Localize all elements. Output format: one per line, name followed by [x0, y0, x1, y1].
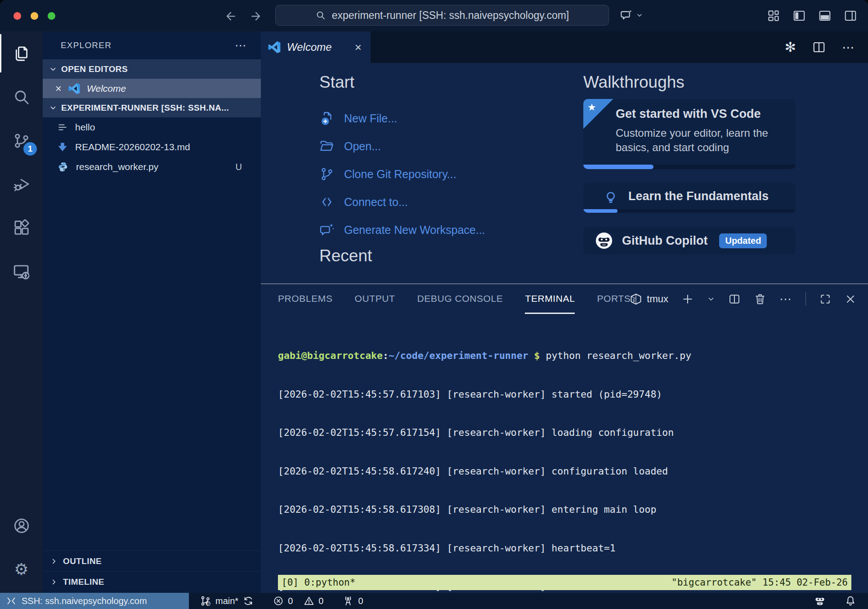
- error-icon: [273, 596, 284, 606]
- terminal-profile-chip[interactable]: $ tmux: [630, 293, 668, 305]
- file-row-readme[interactable]: README-20260202-13.md: [43, 137, 261, 157]
- editor-tab-bar: Welcome ×: [261, 31, 868, 63]
- kill-terminal-trash-icon[interactable]: [754, 293, 766, 305]
- terminal-log-line: [2026-02-02T15:45:58.617334] [research-w…: [278, 542, 859, 555]
- activity-settings[interactable]: ⚙: [0, 547, 43, 591]
- chat-sparkle-icon[interactable]: [620, 9, 633, 22]
- open-editor-label: Welcome: [87, 83, 126, 94]
- problems-status-item[interactable]: 0 0: [273, 596, 323, 606]
- bell-icon[interactable]: [845, 595, 856, 607]
- editor-more-actions-icon[interactable]: ⋯: [842, 40, 855, 55]
- activity-remote-explorer[interactable]: [0, 250, 43, 293]
- link-generate-workspace[interactable]: Generate New Workspace...: [319, 216, 485, 244]
- tab-label: Welcome: [287, 41, 332, 54]
- panel-tab-debug-console[interactable]: DEBUG CONSOLE: [417, 284, 503, 314]
- new-terminal-icon[interactable]: [681, 293, 694, 305]
- maximize-panel-icon[interactable]: [819, 293, 832, 305]
- copilot-status-icon[interactable]: [813, 594, 827, 608]
- workspace-section[interactable]: EXPERIMENT-RUNNER [SSH: SSH.NA...: [43, 98, 261, 117]
- sync-icon[interactable]: [242, 595, 254, 607]
- file-row-research-worker[interactable]: research_worker.py U: [43, 157, 261, 177]
- explorer-more-actions-icon[interactable]: ⋯: [235, 39, 247, 53]
- zoom-window-button[interactable]: [48, 12, 55, 20]
- command-center-search[interactable]: experiment-runner [SSH: ssh.naivepsychol…: [275, 5, 609, 26]
- minimize-window-button[interactable]: [31, 12, 38, 20]
- forward-arrow-icon[interactable]: [249, 9, 263, 23]
- activity-extensions[interactable]: [0, 206, 43, 250]
- chat-dropdown-chevron-icon[interactable]: [636, 12, 643, 19]
- toggle-secondary-sidebar-icon[interactable]: [844, 9, 857, 22]
- explorer-title: EXPLORER: [61, 40, 112, 50]
- chevron-right-icon: [50, 578, 58, 586]
- outline-label: OUTLINE: [63, 556, 102, 566]
- extensions-icon: [13, 219, 31, 237]
- branch-status-item[interactable]: ✲ main*: [200, 595, 254, 607]
- close-tab-icon[interactable]: ×: [355, 40, 362, 54]
- editor-area: Welcome × ✻ ⋯ Start New File... Open..: [261, 31, 868, 283]
- split-terminal-icon[interactable]: [728, 293, 741, 305]
- terminal-profile-icon: $: [630, 293, 642, 305]
- panel-tab-problems[interactable]: PROBLEMS: [278, 284, 333, 314]
- account-icon: [13, 517, 31, 535]
- toggle-primary-sidebar-icon[interactable]: [792, 9, 806, 22]
- close-window-button[interactable]: [13, 12, 21, 20]
- remote-explorer-icon: [12, 262, 31, 281]
- link-clone-git[interactable]: Clone Git Repository...: [319, 160, 485, 188]
- ports-count: 0: [358, 596, 363, 606]
- svg-text:✲: ✲: [207, 601, 211, 606]
- panel-tab-ports[interactable]: PORTS: [597, 284, 631, 314]
- ports-status-item[interactable]: 0: [342, 595, 363, 607]
- walkthrough-description: Customize your editor, learn the basics,…: [616, 126, 787, 155]
- link-new-file[interactable]: New File...: [319, 104, 485, 132]
- terminal-output[interactable]: gabi@bigcarrotcake:~/code/experiment-run…: [278, 324, 859, 609]
- walkthrough-card-copilot[interactable]: GitHub Copilot Updated: [583, 227, 796, 255]
- remote-indicator[interactable]: SSH: ssh.naivepsychology.com: [0, 593, 189, 609]
- walkthrough-card-fundamentals[interactable]: Learn the Fundamentals: [583, 183, 796, 213]
- terminal-prompt-line: gabi@bigcarrotcake:~/code/experiment-run…: [278, 349, 859, 363]
- panel-more-actions-icon[interactable]: ⋯: [779, 292, 792, 306]
- back-arrow-icon[interactable]: [224, 9, 237, 23]
- activity-account[interactable]: [0, 504, 43, 547]
- welcome-page: Start New File... Open... Clone Git Repo…: [261, 63, 868, 283]
- tab-welcome[interactable]: Welcome ×: [261, 31, 371, 63]
- branch-label: main*: [215, 596, 238, 606]
- link-open[interactable]: Open...: [319, 132, 485, 160]
- openai-icon[interactable]: ✻: [785, 40, 796, 54]
- terminal-log-line: [2026-02-02T15:45:58.617240] [research-w…: [278, 465, 859, 478]
- chevron-down-icon: [49, 65, 57, 73]
- panel-tab-terminal[interactable]: TERMINAL: [525, 284, 575, 314]
- panel-tab-output[interactable]: OUTPUT: [355, 284, 395, 314]
- markdown-file-icon: [58, 142, 67, 152]
- error-count: 0: [288, 596, 293, 606]
- tmux-session-info: [0] 0:python*: [282, 577, 355, 588]
- timeline-label: TIMELINE: [63, 577, 104, 587]
- vscode-logo-icon: [68, 83, 80, 94]
- file-name: hello: [75, 122, 95, 133]
- outline-section[interactable]: OUTLINE: [43, 551, 261, 571]
- activity-search[interactable]: [0, 75, 43, 119]
- close-editor-icon[interactable]: ×: [55, 83, 62, 94]
- timeline-section[interactable]: TIMELINE: [43, 571, 261, 592]
- git-branch-icon: ✲: [200, 595, 211, 607]
- file-row-hello[interactable]: hello: [43, 117, 261, 137]
- link-connect-to[interactable]: Connect to...: [319, 188, 485, 216]
- git-branch-icon: [319, 166, 335, 182]
- activity-source-control[interactable]: 1: [0, 119, 43, 162]
- window-title: experiment-runner [SSH: ssh.naivepsychol…: [332, 9, 569, 22]
- activity-explorer[interactable]: [0, 31, 43, 75]
- remote-connect-icon: [319, 194, 335, 210]
- split-editor-icon[interactable]: [812, 40, 826, 54]
- toggle-panel-icon[interactable]: [818, 9, 832, 22]
- file-name: research_worker.py: [76, 161, 158, 172]
- chevron-right-icon: [50, 557, 58, 565]
- explorer-sidebar: EXPLORER ⋯ OPEN EDITORS × Welcome EXPERI…: [43, 31, 261, 593]
- open-editor-welcome-row[interactable]: × Welcome: [43, 79, 261, 98]
- activity-run-debug[interactable]: [0, 162, 43, 206]
- close-panel-icon[interactable]: [845, 293, 856, 305]
- tmux-status-bar: [0] 0:python* "bigcarrotcake" 15:45 02-F…: [278, 575, 851, 590]
- walkthrough-card-get-started[interactable]: ★ Get started with VS Code Customize you…: [583, 99, 796, 169]
- terminal-dropdown-chevron-icon[interactable]: [707, 295, 715, 303]
- open-editors-section[interactable]: OPEN EDITORS: [43, 59, 261, 79]
- activity-bar: 1 ⚙: [0, 31, 43, 593]
- customize-layout-icon[interactable]: [767, 9, 780, 22]
